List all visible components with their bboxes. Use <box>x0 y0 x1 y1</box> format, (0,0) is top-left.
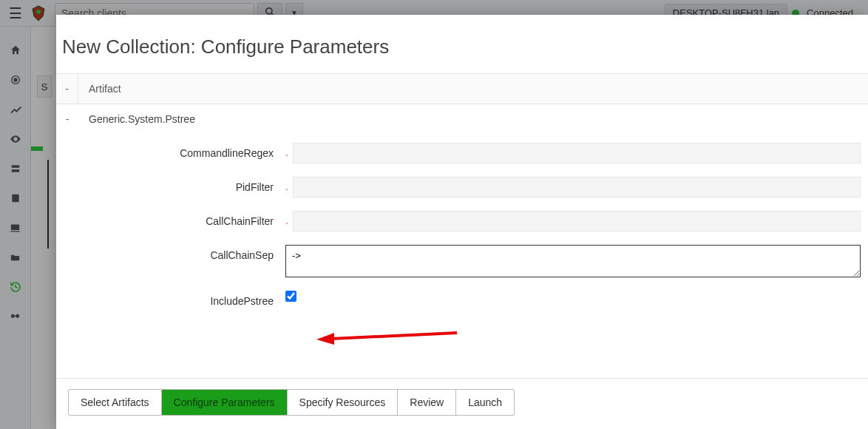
field-callchainsep: CallChainSep <box>64 245 861 277</box>
step-launch[interactable]: Launch <box>456 389 515 416</box>
artifact-row-toggle[interactable]: - <box>56 113 78 125</box>
step-select-artifacts[interactable]: Select Artifacts <box>68 389 162 416</box>
step-specify-resources[interactable]: Specify Resources <box>288 389 399 416</box>
input-commandline[interactable] <box>293 143 861 163</box>
field-callchainfilter: CallChainFilter . <box>64 211 861 232</box>
artifact-header-label: Artifact <box>78 74 132 104</box>
step-review[interactable]: Review <box>398 389 456 416</box>
modal-title: New Collection: Configure Parameters <box>56 15 868 73</box>
field-commandline: CommandlineRegex . <box>64 143 861 163</box>
parameters-form: CommandlineRegex . PidFilter . CallChain… <box>56 129 868 378</box>
checkbox-includepstree[interactable] <box>285 291 296 302</box>
label-includepstree: IncludePstree <box>64 291 285 307</box>
input-callchainfilter[interactable] <box>293 211 861 232</box>
label-commandline: CommandlineRegex <box>64 143 285 159</box>
dot-icon: . <box>285 215 288 227</box>
label-callchainsep: CallChainSep <box>64 245 285 261</box>
step-configure-parameters[interactable]: Configure Parameters <box>162 389 288 416</box>
wizard-steps: Select Artifacts Configure Parameters Sp… <box>56 378 868 429</box>
collapse-toggle[interactable]: - <box>56 74 78 104</box>
dot-icon: . <box>285 181 288 193</box>
artifact-row: - Generic.System.Pstree <box>56 104 868 129</box>
field-pidfilter: PidFilter . <box>64 177 861 197</box>
artifact-name: Generic.System.Pstree <box>78 113 195 125</box>
label-callchainfilter: CallChainFilter <box>64 211 285 227</box>
field-includepstree: IncludePstree <box>64 291 861 307</box>
dot-icon: . <box>285 147 288 159</box>
label-pidfilter: PidFilter <box>64 177 285 193</box>
input-pidfilter[interactable] <box>293 177 861 197</box>
input-callchainsep[interactable] <box>285 245 861 277</box>
new-collection-modal: New Collection: Configure Parameters - A… <box>56 15 868 429</box>
artifact-header-row: - Artifact <box>56 73 868 104</box>
